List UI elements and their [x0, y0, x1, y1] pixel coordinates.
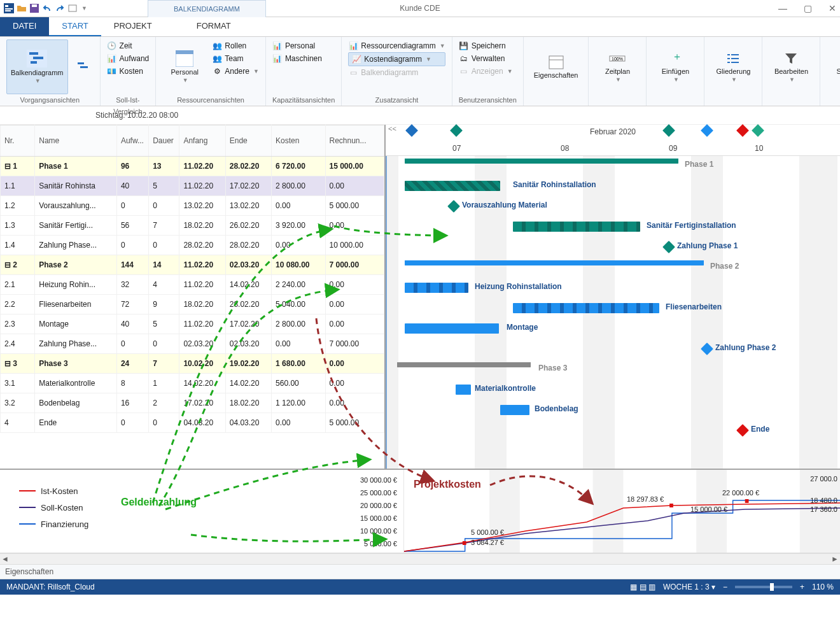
view-icons[interactable]: ▦ ▤ ▥: [630, 583, 655, 591]
open-icon[interactable]: [17, 3, 27, 13]
task-bar[interactable]: [405, 283, 468, 293]
task-bar[interactable]: [513, 222, 640, 232]
tab-start[interactable]: START: [49, 17, 101, 36]
scroll-right-icon[interactable]: ►: [830, 554, 840, 564]
zoom-in-icon[interactable]: +: [800, 583, 804, 591]
col-header[interactable]: Rechnun...: [325, 125, 384, 157]
table-row[interactable]: 2.1Heizung Rohin...32411.02.2014.02.202 …: [1, 275, 384, 295]
window-icon[interactable]: [67, 3, 78, 13]
status-woche[interactable]: WOCHE 1 : 3 ▾: [663, 583, 715, 591]
milestone-icon[interactable]: [736, 424, 749, 437]
group-eigenschaften: Eigenschaften: [524, 37, 589, 106]
milestone-icon[interactable]: [447, 200, 460, 213]
task-bar[interactable]: [405, 181, 500, 191]
small-gantt-button[interactable]: [73, 39, 94, 94]
balkendiagramm-button[interactable]: Balkendiagramm▼: [6, 39, 68, 94]
team-button[interactable]: 👥Team: [212, 52, 259, 65]
tab-projekt[interactable]: PROJEKT: [101, 17, 165, 36]
table-row[interactable]: ⊟ 3Phase 324710.02.2019.02.201 680.000.0…: [1, 354, 384, 374]
status-bar: MANDANT: Rillsoft_Cloud ▦ ▤ ▥ WOCHE 1 : …: [0, 579, 840, 595]
kap-personal-button[interactable]: 📊Personal: [272, 39, 322, 52]
einfuegen-button[interactable]: ＋Einfügen▼: [653, 39, 697, 94]
bearbeiten-button[interactable]: Bearbeiten▼: [769, 39, 813, 94]
maschinen-button[interactable]: 📊Maschinen: [272, 52, 322, 65]
tab-format[interactable]: FORMAT: [184, 17, 244, 36]
anzeigen-button[interactable]: ▭Anzeigen▼: [459, 65, 513, 78]
zoom-out-icon[interactable]: −: [723, 583, 727, 591]
kosten-button[interactable]: 💶Kosten: [107, 65, 150, 78]
scroll-left-icon[interactable]: ◄: [0, 554, 10, 564]
chart-label: 17 360.0: [810, 505, 837, 513]
col-header[interactable]: Dauer: [149, 125, 179, 157]
table-row[interactable]: 1.1Sanitär Rohinsta40511.02.2017.02.202 …: [1, 176, 384, 196]
context-tab[interactable]: BALKENDIAGRAMM: [148, 0, 266, 17]
gliederung-button[interactable]: Gliederung▼: [711, 39, 755, 94]
table-row[interactable]: ⊟ 1Phase 1961311.02.2028.02.206 720.0015…: [1, 157, 384, 176]
qat-dropdown-icon[interactable]: ▼: [81, 5, 87, 11]
speichern-button[interactable]: 💾Speichern: [459, 39, 513, 52]
status-zoom[interactable]: 110 %: [812, 583, 834, 591]
h-scrollbar[interactable]: ◄►: [0, 553, 840, 564]
scrollen-button[interactable]: Scrollen▼: [827, 39, 840, 94]
ressourcendiagramm-button[interactable]: 📊Ressourcendiagramm▼: [348, 39, 445, 52]
col-header[interactable]: Anfang: [179, 125, 225, 157]
tab-datei[interactable]: DATEI: [0, 17, 49, 36]
col-header[interactable]: Aufw...: [116, 125, 148, 157]
redo-icon[interactable]: [55, 3, 65, 13]
table-row[interactable]: 3.2Bodenbelag16217.02.2018.02.201 120.00…: [1, 393, 384, 413]
table-row[interactable]: 2.2Fliesenarbeiten72918.02.2028.02.205 0…: [1, 295, 384, 314]
maximize-icon[interactable]: ▢: [804, 3, 812, 13]
table-row[interactable]: 2.4Zahlung Phase...0002.03.2002.03.200.0…: [1, 334, 384, 354]
gantt-body[interactable]: Phase 1Sanitär RohinstallationVorauszahl…: [386, 156, 840, 469]
eigenschaften-button[interactable]: Eigenschaften: [530, 39, 582, 94]
kostendiagramm-button[interactable]: 📈Kostendiagramm▼: [348, 52, 445, 66]
undo-icon[interactable]: [42, 3, 52, 13]
andere-button[interactable]: ⚙Andere▼: [212, 65, 259, 78]
table-row[interactable]: 4Ende0004.03.2004.03.200.005 000.00: [1, 413, 384, 433]
summary-bar[interactable]: [405, 159, 678, 164]
close-icon[interactable]: ✕: [829, 3, 836, 13]
verwalten-button[interactable]: 🗂Verwalten: [459, 52, 513, 65]
calendar-icon: [176, 50, 193, 67]
eigenschaften-bar[interactable]: Eigenschaften: [0, 564, 840, 579]
properties-icon: [548, 55, 564, 70]
insert-icon: ＋: [667, 51, 683, 66]
svg-rect-8: [29, 52, 38, 55]
aufwand-button[interactable]: 📊Aufwand: [107, 52, 150, 65]
table-row[interactable]: 1.3Sanitär Fertigi...56718.02.2026.02.20…: [1, 216, 384, 236]
summary-bar[interactable]: [405, 260, 704, 265]
zeit-button[interactable]: 🕒Zeit: [107, 39, 150, 52]
table-row[interactable]: 3.1Materialkontrolle8114.02.2014.02.2056…: [1, 374, 384, 393]
cost-axis: 5 000.00 €10 000.00 €15 000.00 €20 000.0…: [159, 470, 403, 553]
save-icon[interactable]: [29, 3, 39, 13]
zus-balkendiagramm-button[interactable]: ▭Balkendiagramm: [348, 66, 445, 79]
milestone-icon[interactable]: [701, 343, 713, 355]
table-row[interactable]: 1.4Zahlung Phase...0028.02.2028.02.200.0…: [1, 236, 384, 255]
table-row[interactable]: 1.2Vorauszahlung...0013.02.2013.02.200.0…: [1, 196, 384, 216]
table-row[interactable]: ⊟ 2Phase 21441411.02.2002.03.2010 080.00…: [1, 255, 384, 275]
task-bar[interactable]: [513, 303, 659, 313]
milestone-icon[interactable]: [662, 241, 675, 253]
bar-label: Phase 3: [538, 364, 567, 372]
col-header[interactable]: Ende: [225, 125, 271, 157]
task-bar[interactable]: [405, 323, 499, 334]
bar-label: Phase 2: [710, 262, 739, 271]
task-bar[interactable]: [456, 385, 471, 395]
gantt-chart[interactable]: Februar 2020 07080910 Phase 1Sanitär Roh…: [386, 125, 840, 469]
bar-label: Heizung Rohinstallation: [475, 282, 562, 291]
col-header[interactable]: Name: [35, 125, 117, 157]
personal-button[interactable]: Personal▼: [162, 39, 207, 94]
group-zusatz: 📊Ressourcendiagramm▼ 📈Kostendiagramm▼ ▭B…: [342, 37, 452, 106]
work-area: Nr.NameAufw...DauerAnfangEndeKostenRechn…: [0, 125, 840, 470]
svg-rect-6: [69, 5, 76, 11]
zoom-slider[interactable]: [735, 586, 792, 588]
zeitplan-button[interactable]: 100%Zeitplan▼: [595, 39, 640, 94]
col-header[interactable]: Kosten: [272, 125, 325, 157]
summary-bar[interactable]: [397, 362, 531, 367]
task-bar[interactable]: [500, 405, 529, 415]
minimize-icon[interactable]: —: [778, 3, 787, 13]
col-header[interactable]: Nr.: [1, 125, 35, 157]
task-table[interactable]: Nr.NameAufw...DauerAnfangEndeKostenRechn…: [0, 125, 386, 469]
rollen-button[interactable]: 👥Rollen: [212, 39, 259, 52]
table-row[interactable]: 2.3Montage40511.02.2017.02.202 800.000.0…: [1, 314, 384, 334]
